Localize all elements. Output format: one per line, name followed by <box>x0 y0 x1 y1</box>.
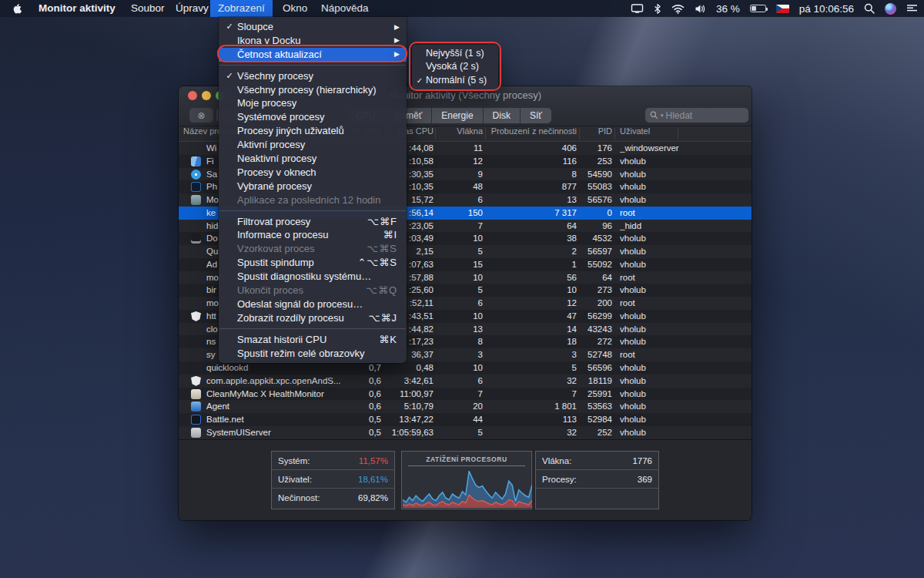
column-header-pid[interactable]: PID <box>580 126 612 139</box>
cell-pid: 18119 <box>580 375 612 388</box>
column-header-th[interactable]: Vlákna <box>437 126 483 139</box>
table-row[interactable]: Battle.net0,513:47,224411352984vholub <box>179 413 752 426</box>
menubar-item--pravy[interactable]: Úpravy <box>168 0 216 17</box>
bluetooth-icon[interactable] <box>654 0 661 17</box>
tab-s-[interactable]: Síť <box>521 108 551 123</box>
submenu-item-nejvy-1-s-[interactable]: Nejvyšší (1 s) <box>412 47 498 60</box>
wifi-icon[interactable] <box>671 0 685 17</box>
system-value: 11,57% <box>359 452 388 470</box>
menu-item-label: Spustit režim celé obrazovky <box>237 348 364 359</box>
cell-pid: 52748 <box>580 348 612 361</box>
siri-icon[interactable] <box>885 3 896 15</box>
menu-item-label: Procesy v oknech <box>237 166 316 178</box>
user-value: 18,61% <box>358 470 388 489</box>
table-row[interactable]: quicklookd0,70,4810556596vholub <box>179 361 752 375</box>
column-header-wake[interactable]: Probuzení z nečinnosti <box>487 126 577 139</box>
cell-th: 6 <box>437 375 483 388</box>
menu-item-label: Neaktivní procesy <box>237 153 316 164</box>
menu-item-shortcut: ⌥⌘F <box>367 215 397 229</box>
menu-item-informace-o-procesu[interactable]: Informace o procesu⌘I <box>219 228 407 242</box>
menu-bar-status: 36 % pá 10:06:56 <box>631 0 918 17</box>
menu-item-v-echny-procesy-hierarchicky-[interactable]: Všechny procesy (hierarchicky) <box>219 83 407 97</box>
tab-energie[interactable]: Energie <box>432 108 483 123</box>
cell-user: vholub <box>620 388 735 401</box>
cell-wake: 116 <box>487 155 577 168</box>
menu-item-spustit-spindump[interactable]: Spustit spindump⌃⌥⌘S <box>219 256 407 270</box>
menubar-item-okno[interactable]: Okno <box>275 0 315 17</box>
table-row[interactable]: Agent0,65:10,79201 80153563vholub <box>179 400 752 413</box>
menu-item-procesy-jin-ch-u-ivatel-[interactable]: Procesy jiných uživatelů <box>219 124 407 138</box>
app-app-icon <box>191 428 201 438</box>
menu-item-syst-mov-procesy[interactable]: Systémové procesy <box>219 110 407 124</box>
cell-wake: 7 317 <box>487 207 577 220</box>
menu-item-neaktivn-procesy[interactable]: Neaktivní procesy <box>219 152 407 166</box>
cell-wake: 10 <box>487 284 577 297</box>
column-divider[interactable] <box>579 128 580 139</box>
search-input[interactable] <box>666 110 744 121</box>
cell-cpu: 0,5 <box>329 413 381 426</box>
submenu-item-vysok-2-s-[interactable]: Vysoká (2 s) <box>412 60 498 73</box>
cell-user: vholub <box>620 245 735 258</box>
menubar-item-zobrazen-[interactable]: Zobrazení <box>210 0 273 17</box>
volume-icon[interactable] <box>695 0 706 17</box>
menu-item-odeslat-sign-l-do-procesu-[interactable]: Odeslat signál do procesu… <box>219 297 407 311</box>
menu-bar-clock[interactable]: pá 10:06:56 <box>799 3 854 15</box>
menu-item-v-echny-procesy[interactable]: ✓Všechny procesy <box>219 69 407 83</box>
column-divider[interactable] <box>485 128 486 139</box>
cell-wake: 7 <box>487 388 577 401</box>
cell-wake: 32 <box>487 375 577 388</box>
cell-th: 6 <box>437 297 483 310</box>
menu-item-ukon-it-proces: Ukončit proces⌥⌘Q <box>219 284 407 297</box>
menu-item-label: Spustit spindump <box>237 257 314 268</box>
notification-center-icon[interactable] <box>906 0 918 17</box>
tab-disk[interactable]: Disk <box>484 108 521 123</box>
table-row[interactable]: com.apple.appkit.xpc.openAndS...0,63:42,… <box>179 375 752 388</box>
battery-icon[interactable] <box>750 5 766 12</box>
cell-wake: 877 <box>487 180 577 193</box>
cell-pid: 25991 <box>580 388 612 401</box>
system-label: Systém: <box>278 456 310 465</box>
menu-item-spustit-diagnostiku-syst-mu-[interactable]: Spustit diagnostiku systému… <box>219 270 407 284</box>
cell-cpu: 0,6 <box>329 388 381 401</box>
column-divider[interactable] <box>614 128 615 139</box>
quit-process-button[interactable]: ⊗ <box>189 108 213 123</box>
battery-percent[interactable]: 36 % <box>716 3 740 15</box>
menu-item-label: Spustit diagnostiku systému… <box>237 271 371 282</box>
search-icon <box>650 111 658 119</box>
menu-item-filtrovat-procesy[interactable]: Filtrovat procesy⌥⌘F <box>219 215 407 229</box>
column-divider[interactable] <box>678 128 678 139</box>
spotlight-icon[interactable] <box>864 0 875 17</box>
menu-item-smazat-historii-cpu[interactable]: Smazat historii CPU⌘K <box>219 333 407 347</box>
cell-user: root <box>620 207 735 220</box>
submenu-item-norm-ln-5-s-[interactable]: ✓Normální (5 s) <box>412 74 498 87</box>
menu-item-label: Smazat historii CPU <box>237 334 326 345</box>
menubar-item-n-pov-da[interactable]: Nápověda <box>313 0 377 17</box>
menu-item-shortcut: ⌥⌘S <box>367 242 397 256</box>
menu-item-sloupce[interactable]: ✓Sloupce▶ <box>219 20 407 34</box>
menu-item--etnost-aktualizac-[interactable]: Četnost aktualizací▶ <box>219 48 407 62</box>
menu-item-ikona-v-docku[interactable]: Ikona v Docku▶ <box>219 34 407 48</box>
apple-menu-icon[interactable] <box>11 2 23 15</box>
menu-item-zobrazit-rozd-ly-procesu[interactable]: Zobrazit rozdíly procesu⌥⌘J <box>219 311 407 325</box>
search-field[interactable]: ▾ <box>645 108 748 123</box>
cell-pid: 64 <box>580 271 612 284</box>
cell-pid: 4532 <box>580 232 612 245</box>
cell-th: 3 <box>437 348 483 361</box>
menubar-item-monitor-aktivity[interactable]: Monitor aktivity <box>31 0 123 17</box>
column-divider[interactable] <box>435 128 436 139</box>
table-row[interactable]: SystemUIServer0,51:05:59,63532252vholub <box>179 426 752 439</box>
menu-item-spustit-re-im-cel-obrazovky[interactable]: Spustit režim celé obrazovky <box>219 347 407 361</box>
threads-processes-stats-box: Vlákna:1776 Procesy:369 <box>535 451 659 509</box>
menu-item-aktivn-procesy[interactable]: Aktivní procesy <box>219 138 407 152</box>
table-row[interactable]: CleanMyMac X HealthMonitor0,611:00,97772… <box>179 388 752 401</box>
cell-wake: 18 <box>487 335 577 348</box>
menu-item-procesy-v-oknech[interactable]: Procesy v oknech <box>219 166 407 180</box>
menu-item-vybran-procesy[interactable]: Vybrané procesy <box>219 180 407 193</box>
menubar-item-soubor[interactable]: Soubor <box>123 0 172 17</box>
cell-th: 15 <box>437 258 483 271</box>
menu-item-label: Informace o procesu <box>237 229 329 240</box>
czech-flag-icon[interactable] <box>776 5 789 13</box>
display-icon[interactable] <box>631 0 644 17</box>
menu-item-label: Odeslat signál do procesu… <box>237 298 363 310</box>
menu-item-moje-procesy[interactable]: Moje procesy <box>219 96 407 110</box>
